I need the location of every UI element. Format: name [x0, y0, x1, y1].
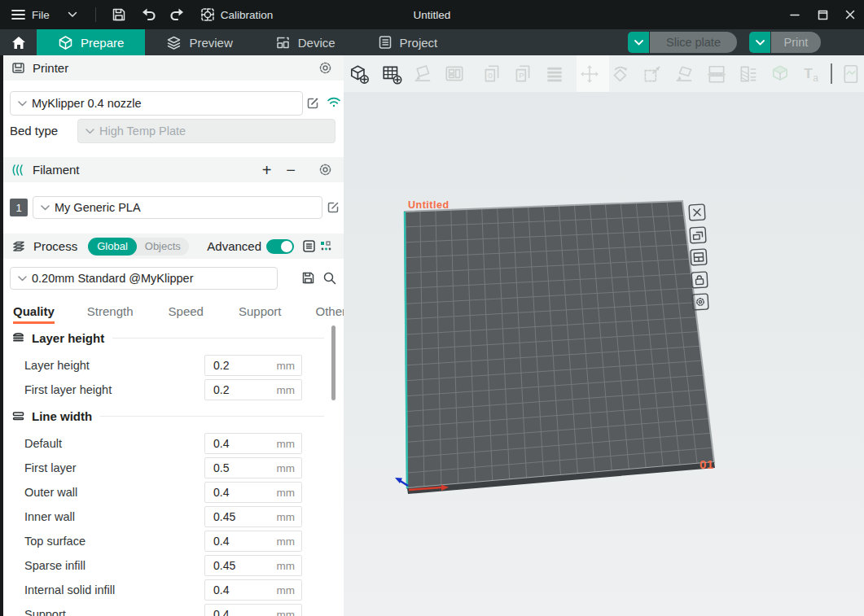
minimize-button[interactable] [781, 0, 809, 29]
redo-button[interactable] [163, 0, 192, 29]
rotate-tool-button[interactable] [609, 63, 632, 85]
close-button[interactable] [836, 0, 864, 29]
viewport-toolbar: 0 P [344, 55, 864, 92]
file-menu-chevron[interactable] [58, 0, 87, 29]
home-button[interactable] [0, 29, 37, 55]
tab-support[interactable]: Support [239, 304, 282, 324]
scope-global-button[interactable]: Global [88, 238, 137, 256]
input-layer-height[interactable]: 0.2 mm [204, 355, 302, 376]
input-internal-solid-infill-line-width[interactable]: 0.4 mm [204, 579, 302, 601]
setting-unit: mm [277, 438, 296, 450]
text-tool-button[interactable]: T a [800, 63, 822, 85]
printer-preset-value: MyKlipper 0.4 nozzle [32, 97, 142, 110]
scope-objects-button[interactable]: Objects [137, 240, 189, 252]
maximize-restore-button[interactable] [809, 0, 836, 29]
undo-button[interactable] [134, 0, 163, 29]
input-sparse-infill-line-width[interactable]: 0.45 mm [204, 555, 302, 576]
edit-filament-button[interactable] [327, 200, 340, 214]
setting-unit: mm [277, 535, 296, 548]
arrange-button[interactable] [443, 63, 466, 85]
input-top-surface-line-width[interactable]: 0.4 mm [204, 531, 302, 552]
setting-label: Internal solid infill [24, 583, 115, 596]
input-first-layer-line-width[interactable]: 0.5 mm [204, 457, 302, 478]
variable-layer-height-button[interactable] [737, 63, 760, 85]
print-button[interactable]: Print [771, 32, 821, 53]
search-preset-button[interactable] [322, 271, 337, 286]
setting-value: 0.4 [213, 486, 277, 499]
sidebar-scrollbar[interactable] [331, 325, 336, 400]
remove-filament-button[interactable]: − [286, 162, 296, 178]
calibration-button[interactable]: Calibration [192, 7, 282, 22]
plate-arrange-button[interactable] [690, 227, 706, 243]
printer-preset-select[interactable]: MyKlipper 0.4 nozzle [10, 91, 303, 116]
tab-device-label: Device [298, 36, 336, 50]
auto-orient-button[interactable] [412, 63, 435, 85]
slice-plate-button[interactable]: Slice plate [650, 32, 737, 53]
split-to-objects-button[interactable]: 0 [480, 63, 503, 85]
add-object-button[interactable] [348, 63, 371, 85]
tab-strength[interactable]: Strength [87, 304, 134, 324]
setting-value: 0.45 [213, 559, 277, 572]
print-options-chevron-button[interactable] [749, 32, 770, 53]
seam-paint-button[interactable] [841, 63, 864, 85]
process-preset-select[interactable]: 0.20mm Standard @MyKlipper [10, 267, 278, 290]
chevron-down-icon [68, 11, 77, 18]
titlebar: File Calibration [0, 0, 864, 29]
save-preset-button[interactable] [301, 271, 315, 285]
advanced-label: Advanced [207, 239, 261, 253]
scale-tool-button[interactable] [641, 63, 664, 85]
plate-layout-button[interactable] [691, 249, 707, 265]
filament-settings-button[interactable] [318, 163, 332, 177]
input-first-layer-height[interactable]: 0.2 mm [204, 379, 302, 400]
plate-lock-button[interactable] [691, 272, 708, 288]
file-menu-button[interactable]: File [0, 9, 58, 21]
tab-preview[interactable]: Preview [145, 29, 253, 55]
plate-delete-button[interactable] [689, 204, 705, 221]
parameter-table-button[interactable] [319, 239, 332, 253]
assembly-view-button[interactable] [543, 63, 566, 85]
filament-slot-badge[interactable]: 1 [10, 199, 28, 216]
cut-tool-button[interactable] [705, 63, 728, 85]
setting-unit: mm [277, 584, 296, 596]
move-tool-button[interactable] [578, 63, 601, 85]
printer-settings-button[interactable] [318, 61, 332, 75]
edit-printer-button[interactable] [306, 96, 320, 110]
advanced-toggle[interactable] [266, 239, 294, 254]
slice-options-chevron-button[interactable] [628, 32, 649, 53]
setting-value: 0.4 [213, 535, 277, 548]
tab-project[interactable]: Project [357, 29, 459, 55]
parameter-list-button[interactable] [302, 239, 316, 253]
paint-tool-button[interactable] [769, 63, 792, 85]
filament-section-title: Filament [33, 163, 80, 177]
chevron-down-icon [41, 205, 50, 211]
add-plate-button[interactable] [380, 63, 403, 85]
lay-on-face-button[interactable] [673, 63, 696, 85]
line-width-icon [11, 410, 25, 422]
add-filament-button[interactable]: + [262, 162, 272, 178]
tab-quality[interactable]: Quality [13, 304, 55, 324]
tab-prepare[interactable]: Prepare [37, 29, 145, 55]
setting-label: Outer wall [24, 486, 77, 499]
tab-device[interactable]: Device [254, 29, 357, 55]
plate-name-label[interactable]: Untitled [408, 199, 450, 211]
split-to-parts-button[interactable]: P [511, 63, 534, 85]
bed-type-select[interactable]: High Temp Plate [77, 119, 336, 143]
input-support-line-width[interactable]: 0.4 mm [204, 604, 302, 616]
input-default-line-width[interactable]: 0.4 mm [204, 433, 302, 454]
preview-layers-icon [166, 35, 182, 50]
tab-speed[interactable]: Speed [169, 304, 204, 324]
setting-unit: mm [277, 462, 296, 474]
process-layers-icon [11, 240, 26, 253]
viewport-3d[interactable]: 0 P [344, 55, 864, 616]
setting-value: 0.2 [213, 359, 277, 372]
setting-label: Sparse infill [24, 559, 86, 572]
build-plate-scene[interactable]: Untitled 01 [344, 92, 864, 616]
edit-icon [327, 200, 340, 214]
input-outer-wall-line-width[interactable]: 0.4 mm [204, 482, 302, 503]
input-inner-wall-line-width[interactable]: 0.45 mm [204, 506, 302, 527]
save-project-button[interactable] [104, 0, 134, 29]
printer-connection-button[interactable] [327, 96, 341, 108]
filament-preset-select[interactable]: My Generic PLA [33, 196, 322, 219]
line-width-section-header: Line width [11, 409, 331, 423]
process-section-header: Process Global Objects Advanced [3, 234, 344, 259]
